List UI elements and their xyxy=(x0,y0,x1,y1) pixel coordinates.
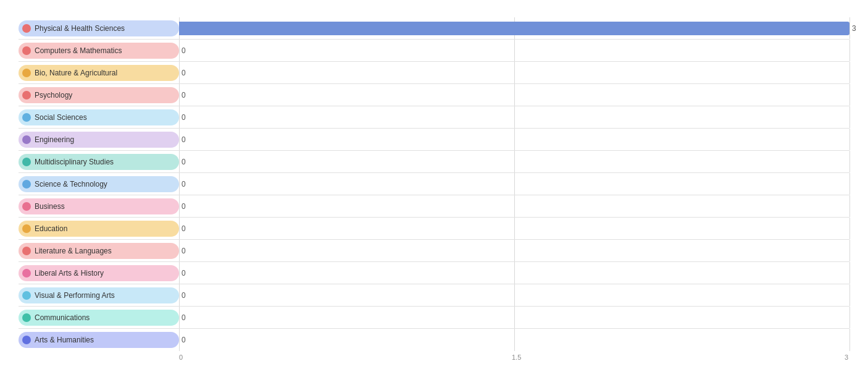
table-row: Computers & Mathematics0 xyxy=(19,40,849,62)
label-pill: Arts & Humanities xyxy=(19,332,179,348)
bar-value-label: 0 xyxy=(182,202,186,211)
label-pill: Education xyxy=(19,221,179,237)
bar-value-label: 0 xyxy=(182,224,186,233)
label-pill: Visual & Performing Arts xyxy=(19,287,179,303)
bar-container: 0 xyxy=(179,262,849,284)
table-row: Education0 xyxy=(19,218,849,240)
bar-value-label: 0 xyxy=(182,113,186,122)
label-pill: Engineering xyxy=(19,132,179,148)
bar-container: 0 xyxy=(179,129,849,150)
bar-label: Science & Technology xyxy=(35,180,107,189)
x-axis: 01.53 xyxy=(179,351,849,363)
dot-icon xyxy=(22,46,31,55)
bar-container: 3 xyxy=(179,17,849,39)
table-row: Multidisciplinary Studies0 xyxy=(19,151,849,173)
bar-container: 0 xyxy=(179,40,849,61)
bar-rows-container: Physical & Health Sciences3Computers & M… xyxy=(19,17,849,351)
table-row: Science & Technology0 xyxy=(19,173,849,195)
dot-icon xyxy=(22,113,31,122)
bar-container: 0 xyxy=(179,329,849,351)
table-row: Bio, Nature & Agricultural0 xyxy=(19,62,849,84)
bar-container: 0 xyxy=(179,84,849,106)
bar-container: 0 xyxy=(179,106,849,128)
bar-value-label: 3 xyxy=(852,24,856,33)
bar-label: Communications xyxy=(35,313,90,322)
label-pill: Physical & Health Sciences xyxy=(19,20,179,36)
bar-value-label: 0 xyxy=(182,158,186,166)
bar-container: 0 xyxy=(179,218,849,239)
label-pill: Literature & Languages xyxy=(19,243,179,259)
bar-container: 0 xyxy=(179,195,849,217)
bar-label: Multidisciplinary Studies xyxy=(35,158,114,166)
bar-value-label: 0 xyxy=(182,291,186,300)
bar-label: Arts & Humanities xyxy=(35,336,94,344)
table-row: Communications0 xyxy=(19,307,849,329)
bar-value-label: 0 xyxy=(182,247,186,255)
bar-label: Physical & Health Sciences xyxy=(35,24,125,33)
bar-value-label: 0 xyxy=(182,91,186,100)
x-axis-tick-label: 3 xyxy=(845,354,848,361)
label-pill: Business xyxy=(19,198,179,214)
bar-value-label: 0 xyxy=(182,135,186,144)
label-pill: Social Sciences xyxy=(19,109,179,125)
table-row: Visual & Performing Arts0 xyxy=(19,284,849,307)
dot-icon xyxy=(22,158,31,166)
table-row: Business0 xyxy=(19,195,849,218)
table-row: Liberal Arts & History0 xyxy=(19,262,849,284)
dot-icon xyxy=(22,24,31,33)
bar-value-label: 0 xyxy=(182,46,186,55)
label-pill: Communications xyxy=(19,310,179,326)
bar-value-label: 0 xyxy=(182,313,186,322)
dot-icon xyxy=(22,313,31,322)
bar-container: 0 xyxy=(179,173,849,195)
table-row: Physical & Health Sciences3 xyxy=(19,17,849,40)
dot-icon xyxy=(22,269,31,278)
bar-container: 0 xyxy=(179,151,849,172)
bar-fill xyxy=(179,22,849,35)
bar-value-label: 0 xyxy=(182,180,186,189)
chart-area: Physical & Health Sciences3Computers & M… xyxy=(19,17,849,363)
label-pill: Multidisciplinary Studies xyxy=(19,154,179,170)
table-row: Psychology0 xyxy=(19,84,849,106)
bar-value-label: 0 xyxy=(182,269,186,278)
label-pill: Computers & Mathematics xyxy=(19,43,179,59)
dot-icon xyxy=(22,180,31,189)
dot-icon xyxy=(22,224,31,233)
bar-label: Bio, Nature & Agricultural xyxy=(35,69,117,77)
bar-label: Literature & Languages xyxy=(35,247,112,255)
dot-icon xyxy=(22,247,31,255)
bar-label: Engineering xyxy=(35,135,74,144)
x-axis-tick-label: 0 xyxy=(179,354,183,361)
table-row: Arts & Humanities0 xyxy=(19,329,849,351)
label-pill: Science & Technology xyxy=(19,176,179,192)
bar-label: Business xyxy=(35,202,65,211)
table-row: Literature & Languages0 xyxy=(19,240,849,262)
label-pill: Bio, Nature & Agricultural xyxy=(19,65,179,81)
bar-container: 0 xyxy=(179,240,849,261)
bar-label: Visual & Performing Arts xyxy=(35,291,115,300)
table-row: Social Sciences0 xyxy=(19,106,849,129)
bar-label: Social Sciences xyxy=(35,113,87,122)
bar-container: 0 xyxy=(179,284,849,306)
dot-icon xyxy=(22,91,31,100)
bar-value-label: 0 xyxy=(182,69,186,77)
label-pill: Liberal Arts & History xyxy=(19,265,179,281)
dot-icon xyxy=(22,69,31,77)
dot-icon xyxy=(22,202,31,211)
x-axis-tick-label: 1.5 xyxy=(512,354,521,361)
bar-label: Psychology xyxy=(35,91,72,100)
bar-container: 0 xyxy=(179,307,849,328)
table-row: Engineering0 xyxy=(19,129,849,151)
bar-label: Education xyxy=(35,224,67,233)
bar-label: Liberal Arts & History xyxy=(35,269,104,278)
dot-icon xyxy=(22,336,31,344)
dot-icon xyxy=(22,291,31,300)
dot-icon xyxy=(22,135,31,144)
bar-value-label: 0 xyxy=(182,336,186,344)
bar-container: 0 xyxy=(179,62,849,83)
label-pill: Psychology xyxy=(19,87,179,103)
bar-label: Computers & Mathematics xyxy=(35,46,122,55)
